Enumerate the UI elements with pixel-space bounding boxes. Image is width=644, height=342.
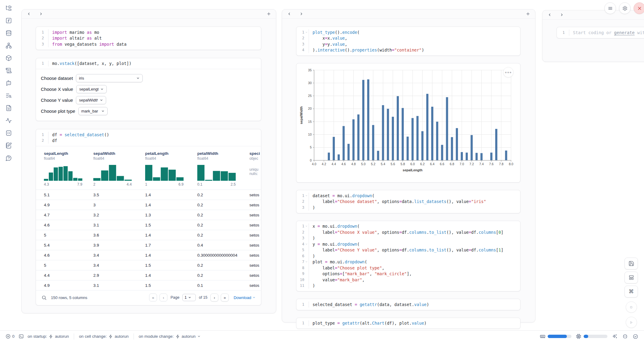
sidebar-file-tree-button[interactable] xyxy=(5,4,12,12)
svg-text:4.4: 4.4 xyxy=(331,162,336,166)
choose-y-value-select[interactable]: sepalWidth xyxy=(76,96,106,104)
fold-chevron-icon[interactable] xyxy=(304,31,308,34)
terminal-button[interactable] xyxy=(19,334,24,339)
column-header-petalWidth[interactable]: petalWidthfloat640.12.5 xyxy=(197,151,249,187)
sidebar-message-question-button[interactable] xyxy=(5,154,12,162)
column-header-sepalWidth[interactable]: sepalWidthfloat6424.4 xyxy=(93,151,145,187)
column-header-sepalLength[interactable]: sepalLengthfloat644.37.9 xyxy=(44,151,93,187)
connection-status-button[interactable] xyxy=(632,333,639,340)
svg-text:15: 15 xyxy=(308,120,312,123)
autorun-setting-3[interactable]: on module change:autorun xyxy=(139,334,201,339)
xy-dropdowns-code[interactable]: 1234567891011x = mo.ui.dropdown( label="… xyxy=(296,221,520,291)
line-number: 1 xyxy=(296,194,304,198)
table-cell: 1.7 xyxy=(145,243,197,248)
plot-type-code[interactable]: 1plot_type = getattr(alt.Chart(df), plot… xyxy=(296,318,520,329)
plot-chain-code[interactable]: 1234plot_type().encode( x=x.value, y=y.v… xyxy=(296,27,520,55)
chevron-left-icon[interactable] xyxy=(26,11,31,17)
search-icon[interactable] xyxy=(41,295,47,300)
last-page-button[interactable]: » xyxy=(221,294,229,301)
cell-plot-chain[interactable]: 1234plot_type().encode( x=x.value, y=y.v… xyxy=(296,27,521,56)
chevron-right-icon[interactable] xyxy=(299,11,304,17)
stop-button[interactable] xyxy=(626,301,637,313)
sidebar-database-button[interactable] xyxy=(5,29,12,37)
column-header-petalLength[interactable]: petalLengthfloat6416.9 xyxy=(145,151,197,187)
add-cell-icon[interactable] xyxy=(525,11,531,17)
line-number: 3 xyxy=(296,236,304,240)
svg-text:7.4: 7.4 xyxy=(479,162,484,166)
fold-chevron-icon[interactable] xyxy=(304,261,308,263)
close-panel-button[interactable] xyxy=(634,2,644,14)
cell-xy-dropdowns[interactable]: 1234567891011x = mo.ui.dropdown( label="… xyxy=(296,221,521,292)
run-button[interactable] xyxy=(626,317,637,328)
fold-chevron-icon[interactable] xyxy=(304,225,308,227)
sidebar-notebook-pen-button[interactable] xyxy=(5,142,12,149)
table-row: 53.61.40.2setos xyxy=(36,230,261,240)
fold-chevron-icon[interactable] xyxy=(304,194,308,197)
autorun-setting-1[interactable]: on startup:autorun xyxy=(28,334,69,339)
chevron-left-icon[interactable] xyxy=(286,11,292,17)
error-count-button[interactable]: 0 xyxy=(5,334,15,339)
cell-plot-type[interactable]: 1plot_type = getattr(alt.Chart(df), plot… xyxy=(296,318,521,329)
layout-button[interactable] xyxy=(624,272,638,283)
sepal-bar-chart[interactable]: 051015202530354.04.24.44.64.85.05.25.45.… xyxy=(298,65,519,180)
ai-assist-button[interactable] xyxy=(612,333,618,340)
add-cell-icon[interactable] xyxy=(266,11,272,17)
column-header-speci[interactable]: speciobjecuniqunulls: xyxy=(249,151,261,187)
save-button[interactable] xyxy=(624,258,638,269)
choose-dataset-select[interactable]: iris xyxy=(76,74,143,82)
bot-icon xyxy=(622,334,628,339)
settings-button[interactable] xyxy=(619,2,631,14)
download-button[interactable]: Download xyxy=(234,295,256,300)
first-page-button[interactable]: « xyxy=(149,294,157,301)
chart-menu-icon[interactable]: ●●● xyxy=(503,67,513,77)
dataset-dropdown-code[interactable]: 123dataset = mo.ui.dropdown( label="Choo… xyxy=(296,190,520,213)
svg-text:6.6: 6.6 xyxy=(440,162,445,166)
choose-x-value-select[interactable]: sepalLength xyxy=(76,85,107,93)
svg-text:6.2: 6.2 xyxy=(420,162,425,166)
generate-with-ai-link[interactable]: generate xyxy=(614,30,635,35)
chevron-left-icon[interactable] xyxy=(547,12,552,18)
imports-code[interactable]: 123import marimo as moimport altair as a… xyxy=(36,27,261,50)
chevron-right-icon[interactable] xyxy=(559,12,564,18)
autorun-setting-2[interactable]: on cell change:autorun xyxy=(79,334,129,339)
table-cell: 4.6 xyxy=(44,253,93,258)
choose-plot-type-select[interactable]: mark_bar xyxy=(78,107,108,115)
sidebar-network-button[interactable] xyxy=(5,42,12,49)
cell-selected-dataset[interactable]: 1selected_dataset = getattr(data, datase… xyxy=(296,299,521,310)
menu-button[interactable] xyxy=(604,2,616,14)
sidebar-activity-button[interactable] xyxy=(5,117,12,124)
sidebar-bot-message-button[interactable] xyxy=(5,79,12,87)
window-controls xyxy=(604,2,644,14)
selected-dataset-code[interactable]: 1selected_dataset = getattr(data, datase… xyxy=(296,299,520,310)
copilot-button[interactable] xyxy=(622,333,628,340)
table-cell: 4.4 xyxy=(44,273,93,278)
table-cell: 3.4 xyxy=(93,253,145,258)
network-icon xyxy=(5,42,12,49)
cell-dataset-dropdown[interactable]: 123dataset = mo.ui.dropdown( label="Choo… xyxy=(296,190,521,213)
page-select[interactable]: 1 xyxy=(182,294,196,301)
table-footer: 150 rows, 5 columns « ‹ Page 1 of 15 › »… xyxy=(36,290,261,302)
sidebar-code-square-button[interactable] xyxy=(5,129,12,137)
prev-page-button[interactable]: ‹ xyxy=(159,294,167,301)
cell-imports[interactable]: 123import marimo as moimport altair as a… xyxy=(36,27,261,50)
table-cell: 3.2 xyxy=(93,213,145,217)
sidebar-function-square-button[interactable] xyxy=(5,17,12,24)
line-number: 1 xyxy=(36,30,44,34)
control-row: Choose X valuesepalLength xyxy=(41,85,256,93)
cell-dataframe[interactable]: 12df = selected_dataset()df sepalLengthf… xyxy=(36,129,261,305)
sidebar-list-search-button[interactable] xyxy=(5,92,12,99)
cell-vstack[interactable]: 1mo.vstack([dataset, x, y, plot]) Choose… xyxy=(36,58,261,121)
column-histogram xyxy=(145,165,184,181)
df-code[interactable]: 12df = selected_dataset()df xyxy=(36,129,261,146)
next-page-button[interactable]: › xyxy=(210,294,218,301)
sidebar-scroll-text-button[interactable] xyxy=(5,67,12,74)
vstack-code[interactable]: 1mo.vstack([dataset, x, y, plot]) xyxy=(36,58,261,69)
svg-text:4.0: 4.0 xyxy=(312,162,317,166)
empty-cell[interactable]: 1 Start coding or generate with xyxy=(556,27,644,38)
empty-cell-editor[interactable]: 1 Start coding or generate with xyxy=(557,27,644,38)
command-palette-button[interactable]: ⌘ xyxy=(624,286,638,297)
chevron-right-icon[interactable] xyxy=(38,11,44,17)
fold-chevron-icon[interactable] xyxy=(304,243,308,245)
sidebar-file-text-button[interactable] xyxy=(5,104,12,112)
sidebar-package-button[interactable] xyxy=(5,54,12,62)
